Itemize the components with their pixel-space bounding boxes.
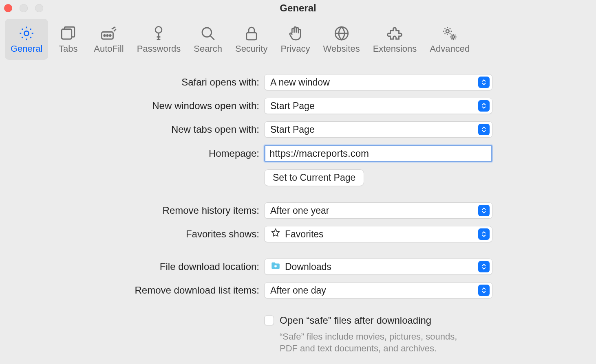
tab-search[interactable]: Search: [188, 19, 228, 60]
svg-point-11: [452, 35, 455, 38]
popup-value: A new window: [270, 77, 478, 88]
popup-value: Start Page: [270, 124, 478, 135]
popup-value: Favorites: [270, 228, 478, 241]
gears-icon: [441, 25, 458, 42]
chevron-updown-icon: [478, 77, 490, 88]
chevron-updown-icon: [478, 285, 490, 296]
popup-new-windows[interactable]: Start Page: [264, 98, 492, 114]
label-safari-opens-with: Safari opens with:: [0, 77, 264, 88]
popup-value: Start Page: [270, 101, 478, 112]
svg-point-3: [104, 35, 106, 36]
star-icon: [270, 228, 281, 241]
window-title: General: [280, 2, 316, 14]
svg-point-4: [107, 35, 108, 36]
gear-icon: [18, 25, 35, 42]
chevron-updown-icon: [478, 100, 490, 112]
tabs-icon: [60, 25, 77, 42]
popup-remove-downloads[interactable]: After one day: [264, 282, 492, 298]
input-homepage[interactable]: https://macreports.com: [264, 145, 492, 162]
toolbar-label: Search: [194, 44, 222, 54]
label-remove-history: Remove history items:: [0, 205, 264, 216]
popup-download-location[interactable]: Downloads: [264, 259, 492, 275]
label-favorites-shows: Favorites shows:: [0, 228, 264, 240]
preferences-toolbar: General Tabs AutoFill Passwords Search S…: [0, 16, 596, 60]
svg-point-5: [110, 35, 111, 36]
label-homepage: Homepage:: [0, 148, 264, 159]
tab-security[interactable]: Security: [230, 19, 273, 60]
tab-websites[interactable]: Websites: [318, 19, 366, 60]
close-button[interactable]: [4, 4, 12, 12]
svg-rect-1: [62, 29, 72, 39]
button-label: Set to Current Page: [273, 172, 355, 183]
checkbox-open-safe-files[interactable]: [264, 316, 274, 325]
popup-value: After one year: [270, 205, 478, 216]
maximize-button[interactable]: [35, 4, 43, 12]
label-download-location: File download location:: [0, 261, 264, 272]
popup-safari-opens-with[interactable]: A new window: [264, 74, 492, 90]
tab-advanced[interactable]: Advanced: [424, 19, 475, 60]
chevron-updown-icon: [478, 261, 490, 272]
set-to-current-page-button[interactable]: Set to Current Page: [264, 169, 364, 186]
tab-general[interactable]: General: [5, 19, 48, 60]
toolbar-label: Privacy: [280, 44, 310, 54]
toolbar-label: General: [11, 44, 42, 54]
label-remove-downloads: Remove download list items:: [0, 285, 264, 296]
key-icon: [150, 25, 167, 42]
traffic-lights: [4, 4, 43, 12]
help-text-safe-files: “Safe” files include movies, pictures, s…: [264, 331, 476, 354]
globe-icon: [333, 25, 350, 42]
search-icon: [199, 25, 216, 42]
svg-point-0: [24, 31, 29, 35]
autofill-icon: [100, 25, 117, 42]
popup-new-tabs[interactable]: Start Page: [264, 121, 492, 138]
folder-icon: [270, 260, 281, 273]
chevron-updown-icon: [478, 124, 490, 135]
toolbar-label: AutoFill: [94, 44, 124, 54]
hand-icon: [287, 25, 304, 42]
toolbar-label: Advanced: [430, 44, 470, 54]
svg-point-10: [446, 29, 449, 33]
titlebar: General: [0, 0, 596, 16]
chevron-updown-icon: [478, 228, 490, 240]
toolbar-label: Tabs: [59, 44, 77, 54]
toolbar-label: Security: [235, 44, 267, 54]
popup-remove-history[interactable]: After one year: [264, 202, 492, 219]
svg-point-7: [202, 28, 212, 37]
svg-point-6: [156, 26, 162, 33]
chevron-updown-icon: [478, 205, 490, 216]
toolbar-label: Passwords: [137, 44, 181, 54]
checkbox-label: Open “safe” files after downloading: [280, 315, 431, 326]
tab-passwords[interactable]: Passwords: [131, 19, 187, 60]
svg-rect-8: [246, 33, 256, 40]
popup-favorites-shows[interactable]: Favorites: [264, 226, 492, 242]
label-new-windows: New windows open with:: [0, 100, 264, 112]
lock-icon: [243, 25, 260, 42]
popup-value: Downloads: [270, 260, 478, 273]
tab-autofill[interactable]: AutoFill: [88, 19, 129, 60]
input-value: https://macreports.com: [269, 148, 369, 159]
toolbar-label: Websites: [323, 44, 360, 54]
tab-extensions[interactable]: Extensions: [367, 19, 423, 60]
puzzle-icon: [386, 25, 403, 42]
settings-content: Safari opens with: A new window New wind…: [0, 60, 596, 354]
label-new-tabs: New tabs open with:: [0, 124, 264, 135]
tab-tabs[interactable]: Tabs: [50, 19, 86, 60]
popup-value: After one day: [270, 285, 478, 296]
toolbar-label: Extensions: [373, 44, 417, 54]
tab-privacy[interactable]: Privacy: [275, 19, 316, 60]
minimize-button[interactable]: [20, 4, 28, 12]
